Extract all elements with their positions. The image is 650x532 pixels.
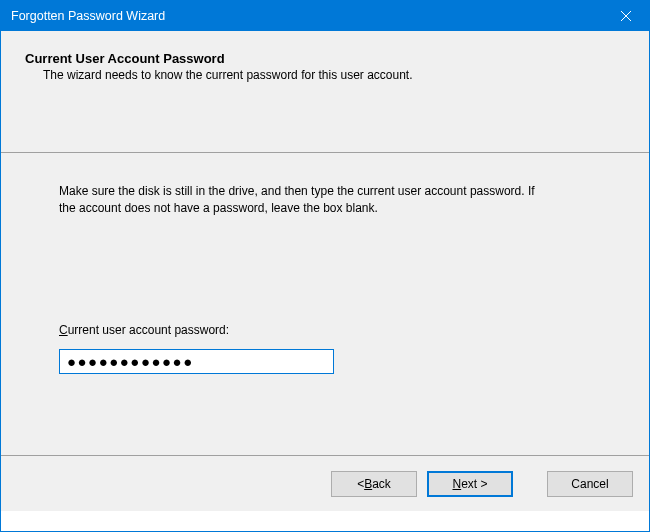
close-button[interactable] xyxy=(603,1,649,31)
button-bar: < Back Next > Cancel xyxy=(1,455,649,511)
titlebar: Forgotten Password Wizard xyxy=(1,1,649,31)
next-button[interactable]: Next > xyxy=(427,471,513,497)
window-title: Forgotten Password Wizard xyxy=(11,9,165,23)
password-label: Current user account password: xyxy=(59,323,591,337)
wizard-content: Make sure the disk is still in the drive… xyxy=(1,153,649,455)
page-title: Current User Account Password xyxy=(25,51,629,66)
wizard-header: Current User Account Password The wizard… xyxy=(1,31,649,153)
cancel-button[interactable]: Cancel xyxy=(547,471,633,497)
page-subtitle: The wizard needs to know the current pas… xyxy=(25,68,629,82)
back-button[interactable]: < Back xyxy=(331,471,417,497)
instruction-text: Make sure the disk is still in the drive… xyxy=(59,183,549,218)
close-icon xyxy=(621,11,631,21)
password-input[interactable]: ●●●●●●●●●●●● xyxy=(59,349,334,374)
